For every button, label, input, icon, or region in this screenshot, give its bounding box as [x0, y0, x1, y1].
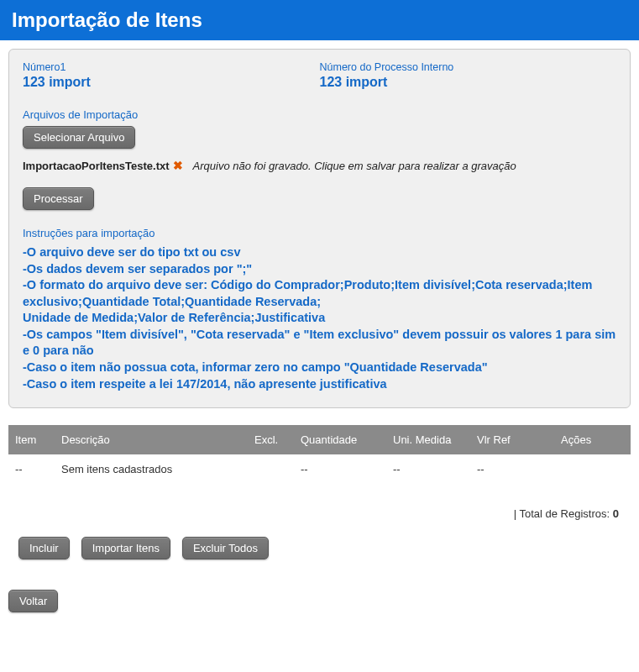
field-numero-processo-value: 123 import	[320, 75, 617, 90]
cell-item: --	[8, 454, 55, 484]
col-descricao: Descrição	[55, 425, 248, 454]
field-numero-processo: Número do Processo Interno 123 import	[320, 61, 617, 90]
delete-file-icon[interactable]: ✖	[173, 159, 183, 172]
col-item: Item	[8, 425, 55, 454]
cell-vlr-ref: --	[470, 454, 554, 484]
cell-quantidade: --	[294, 454, 386, 484]
file-not-saved-message: Arquivo não foi gravado. Clique em salva…	[193, 160, 516, 172]
field-numero1: Número1 123 import	[23, 61, 320, 90]
items-table-wrap: Item Descrição Excl. Quantidade Uni. Med…	[8, 425, 631, 575]
col-uni-medida: Uni. Medida	[386, 425, 470, 454]
field-numero1-label: Número1	[23, 61, 320, 73]
col-quantidade: Quantidade	[294, 425, 386, 454]
uploaded-file-name: ImportacaoPorItensTeste.txt	[23, 160, 170, 172]
col-acoes: Ações	[554, 425, 631, 454]
total-label: | Total de Registros:	[514, 507, 610, 520]
import-panel: Número1 123 import Número do Processo In…	[8, 49, 631, 408]
field-numero-processo-label: Número do Processo Interno	[320, 61, 617, 73]
page-title: Importação de Itens	[0, 0, 639, 40]
instructions-title: Instruções para importação	[23, 227, 616, 239]
cell-uni-medida: --	[386, 454, 470, 484]
process-button[interactable]: Processar	[23, 187, 94, 210]
excluir-todos-button[interactable]: Excluir Todos	[182, 537, 269, 559]
cell-acoes	[554, 454, 631, 484]
importar-itens-button[interactable]: Importar Itens	[81, 537, 170, 559]
items-table: Item Descrição Excl. Quantidade Uni. Med…	[8, 425, 631, 484]
select-file-button[interactable]: Selecionar Arquivo	[23, 126, 135, 149]
upload-section-label: Arquivos de Importação	[23, 108, 616, 121]
cell-excl	[248, 454, 294, 484]
col-vlr-ref: Vlr Ref	[470, 425, 554, 454]
table-row-empty: -- Sem itens cadastrados -- -- --	[8, 454, 631, 484]
total-registros: | Total de Registros: 0	[8, 484, 631, 530]
field-numero1-value: 123 import	[23, 75, 320, 90]
incluir-button[interactable]: Incluir	[18, 537, 70, 559]
voltar-button[interactable]: Voltar	[8, 590, 58, 612]
total-count: 0	[613, 507, 619, 520]
cell-descricao: Sem itens cadastrados	[55, 454, 248, 484]
col-excl: Excl.	[248, 425, 294, 454]
instructions-body: -O arquivo deve ser do tipo txt ou csv -…	[23, 244, 616, 392]
